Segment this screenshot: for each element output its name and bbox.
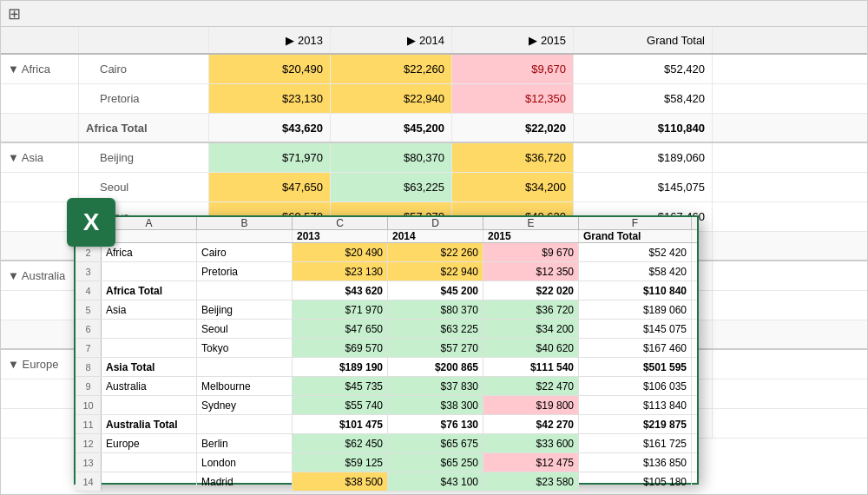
excel-cell-b: London: [197, 453, 293, 472]
excel-sub-e: 2015: [483, 230, 579, 242]
excel-rownum: 9: [76, 377, 102, 395]
excel-cell-b: Seoul: [197, 320, 293, 338]
excel-cell-a: [102, 396, 197, 414]
pivot-col-grand-header: Grand Total: [574, 27, 713, 53]
excel-cell-c: $43 620: [293, 281, 388, 300]
excel-cell-e: $22 020: [483, 281, 579, 300]
excel-cell-f: $113 840: [579, 396, 692, 414]
excel-cell-d: $65 675: [388, 434, 483, 452]
excel-cell-e: $12 475: [483, 453, 579, 472]
pivot-cell-grand: $58,420: [574, 84, 713, 113]
pivot-header: ▶ 2013 ▶ 2014 ▶ 2015 Grand Total: [1, 27, 867, 55]
pivot-cell-region: [1, 291, 79, 320]
excel-rownum: 11: [76, 415, 102, 433]
excel-cell-a: [102, 262, 197, 280]
excel-sub-b: [197, 230, 293, 242]
excel-rownum: 10: [76, 396, 102, 414]
excel-col-c: C: [293, 217, 388, 229]
pivot-cell-grand: $110,840: [574, 114, 713, 142]
excel-cell-f: $106 035: [579, 377, 692, 395]
excel-col-f: F: [579, 217, 692, 229]
pivot-cell-region: [1, 380, 79, 408]
excel-cell-e: $36 720: [483, 300, 579, 319]
pivot-cell-2015: $9,670: [452, 55, 574, 83]
excel-cell-c: $47 650: [293, 320, 388, 338]
excel-row: 7 Tokyo $69 570 $57 270 $40 620 $167 460: [76, 339, 697, 358]
pivot-cell-region: [1, 114, 79, 142]
excel-cell-f: $161 725: [579, 434, 692, 452]
excel-cell-f: $105 180: [579, 472, 692, 491]
excel-rownum: 8: [76, 358, 102, 376]
pivot-cell-region: [1, 173, 79, 201]
excel-row: 13 London $59 125 $65 250 $12 475 $136 8…: [76, 453, 697, 472]
pivot-cell-2015: $36,720: [452, 143, 574, 172]
excel-logo: X: [67, 198, 115, 247]
excel-row: 6 Seoul $47 650 $63 225 $34 200 $145 075: [76, 320, 697, 339]
pivot-cell-city: Cairo: [79, 55, 209, 83]
excel-cell-c: $71 970: [293, 300, 388, 319]
pivot-col-2013-header: ▶ 2013: [209, 27, 331, 53]
excel-row: 9 Australia Melbourne $45 735 $37 830 $2…: [76, 377, 697, 396]
pivot-col-2014-header: ▶ 2014: [331, 27, 452, 53]
excel-cell-c: $62 450: [293, 434, 388, 452]
excel-cell-d: $80 370: [388, 300, 483, 319]
pivot-cell-city: Africa Total: [79, 114, 209, 142]
pivot-cell-2013: $43,620: [209, 114, 331, 142]
excel-rownum: 7: [76, 339, 102, 357]
excel-cell-d: $22 940: [388, 262, 483, 280]
excel-sub-d: 2014: [388, 230, 483, 242]
excel-cell-c: $59 125: [293, 453, 388, 472]
excel-row: 3 Pretoria $23 130 $22 940 $12 350 $58 4…: [76, 262, 697, 281]
excel-cell-f: $167 460: [579, 339, 692, 357]
pivot-row: ▼ Africa Cairo $20,490 $22,260 $9,670 $5…: [1, 55, 867, 84]
excel-cell-b: [197, 281, 293, 300]
pivot-cell-2013: $23,130: [209, 84, 331, 113]
excel-row: 11 Australia Total $101 475 $76 130 $42 …: [76, 415, 697, 434]
excel-sub-c: 2013: [293, 230, 388, 242]
excel-cell-d: $45 200: [388, 281, 483, 300]
excel-data-rows: 2 Africa Cairo $20 490 $22 260 $9 670 $5…: [76, 243, 697, 492]
excel-sub-f: Grand Total: [579, 230, 692, 242]
pivot-cell-region: [1, 409, 79, 438]
excel-cell-e: $40 620: [483, 339, 579, 357]
excel-cell-f: $110 840: [579, 281, 692, 300]
excel-cell-c: $189 190: [293, 358, 388, 376]
pivot-cell-2015: $12,350: [452, 84, 574, 113]
pivot-cell-region: ▼ Australia: [1, 261, 79, 290]
pivot-col-city-header: [79, 27, 209, 53]
excel-cell-a: Asia Total: [102, 358, 197, 376]
excel-rownum: 6: [76, 320, 102, 338]
pivot-cell-grand: $52,420: [574, 55, 713, 83]
excel-cell-f: $501 595: [579, 358, 692, 376]
excel-cell-d: $63 225: [388, 320, 483, 338]
excel-col-d: D: [388, 217, 483, 229]
pivot-cell-city: Pretoria: [79, 84, 209, 113]
excel-grid: A B C D E F 1 2013 2014 2015 Grand Total…: [76, 217, 697, 483]
pivot-col-2015-header: ▶ 2015: [452, 27, 574, 53]
pivot-cell-region: ▼ Africa: [1, 55, 79, 83]
excel-cell-a: Australia Total: [102, 415, 197, 433]
excel-rownum: 14: [76, 472, 102, 491]
excel-cell-f: $145 075: [579, 320, 692, 338]
excel-cell-b: Tokyo: [197, 339, 293, 357]
excel-col-headers: A B C D E F: [76, 217, 697, 230]
pivot-cell-region: [1, 84, 79, 113]
pivot-cell-region: ▼ Asia: [1, 143, 79, 172]
pivot-cell-region: ▼ Europe: [1, 350, 79, 379]
excel-cell-d: $38 300: [388, 396, 483, 414]
excel-cell-c: $101 475: [293, 415, 388, 433]
excel-col-a: A: [102, 217, 197, 229]
excel-rownum: 13: [76, 453, 102, 472]
excel-row: 12 Europe Berlin $62 450 $65 675 $33 600…: [76, 434, 697, 453]
excel-cell-c: $45 735: [293, 377, 388, 395]
excel-cell-e: $23 580: [483, 472, 579, 491]
excel-cell-d: $37 830: [388, 377, 483, 395]
excel-cell-b: [197, 358, 293, 376]
excel-cell-b: Melbourne: [197, 377, 293, 395]
excel-cell-f: $52 420: [579, 243, 692, 261]
excel-cell-d: $22 260: [388, 243, 483, 261]
excel-cell-b: Madrid: [197, 472, 293, 491]
excel-cell-b: Berlin: [197, 434, 293, 452]
pivot-cell-2015: $34,200: [452, 173, 574, 201]
excel-cell-a: [102, 453, 197, 472]
